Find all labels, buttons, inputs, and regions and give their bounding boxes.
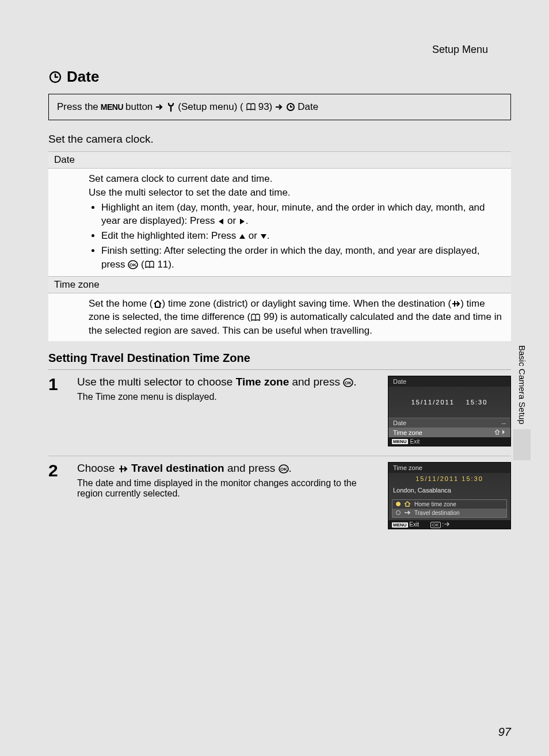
- step-text: and press: [289, 376, 343, 388]
- triangle-down-icon: [260, 233, 267, 240]
- body-text: (: [138, 259, 144, 270]
- nav-text: button: [125, 101, 152, 113]
- step-number: 1: [48, 376, 66, 446]
- step-text: and press: [224, 462, 279, 474]
- ok-badge: OK: [430, 522, 441, 528]
- screen-time: 15:30: [466, 399, 488, 406]
- screen-footer: MENU Exit OK :: [388, 520, 510, 529]
- wrench-icon: [166, 102, 176, 112]
- step-subtext: The Time zone menu is displayed.: [77, 392, 376, 402]
- menu-button-label: MENU: [101, 102, 123, 112]
- screen-title: Date: [388, 376, 510, 387]
- body-text: ) time zone (district) or daylight savin…: [162, 298, 452, 309]
- side-tab: Basic Camera Setup: [515, 343, 529, 459]
- arrow-right-icon: [155, 103, 164, 111]
- ok-button-icon: OK: [343, 378, 353, 387]
- side-tab-label: Basic Camera Setup: [517, 345, 527, 425]
- svg-text:OK: OK: [345, 380, 352, 385]
- body-text: Highlight an item (day, month, year, hou…: [101, 202, 485, 227]
- step-subtext: The date and time displayed in the monit…: [77, 478, 376, 499]
- screen-location: London, Casablanca: [388, 484, 510, 499]
- screen-footer: MENU Exit: [388, 437, 510, 446]
- menu-badge: MENU: [392, 439, 408, 444]
- clock-icon: [48, 70, 62, 84]
- section-header: Date: [48, 151, 511, 169]
- camera-screen-date: Date 15/11/2011 15:30 Date -- Time zone …: [388, 376, 511, 446]
- step-number: 2: [48, 462, 66, 529]
- option-label: Travel destination: [414, 510, 460, 516]
- page-number: 97: [498, 726, 511, 739]
- section-header: Time zone: [48, 276, 511, 293]
- tab-indicator: [513, 429, 531, 460]
- navigation-path: Press the MENU button (Setup menu) ( 93)…: [48, 94, 511, 120]
- step-2: 2 Choose Travel destination and press OK…: [48, 456, 511, 539]
- triangle-up-icon: [239, 233, 246, 240]
- radio-off-icon: [396, 510, 401, 515]
- step-text: Choose: [77, 462, 118, 474]
- nav-text: Date: [298, 101, 318, 113]
- body-text: Edit the highlighted item: Press: [101, 230, 239, 241]
- home-icon: [404, 501, 411, 507]
- ok-button-icon: OK: [128, 260, 138, 269]
- step-text-bold: Time zone: [236, 376, 289, 388]
- plane-icon: [451, 299, 460, 308]
- screen-row-selected: Time zone: [388, 427, 510, 437]
- plane-icon: [118, 464, 128, 474]
- list-item: Highlight an item (day, month, year, hou…: [101, 201, 505, 228]
- screen-title: Time zone: [388, 463, 510, 473]
- ok-button-icon: OK: [279, 464, 289, 474]
- body-text: Set camera clock to current date and tim…: [89, 172, 505, 186]
- body-text: .: [267, 230, 270, 241]
- page-title: Date: [48, 68, 511, 86]
- menu-badge: MENU: [392, 522, 408, 528]
- triangle-left-icon: [218, 218, 224, 225]
- row-label: Time zone: [393, 429, 422, 436]
- row-icons: [494, 429, 506, 436]
- body-text: Set the home (: [89, 298, 153, 309]
- step-text: .: [289, 462, 292, 474]
- section-body: Set the home () time zone (district) or …: [48, 293, 511, 341]
- intro-text: Set the camera clock.: [48, 133, 511, 146]
- nav-text: (Setup menu) (: [178, 101, 243, 113]
- section-body: Set camera clock to current date and tim…: [48, 169, 511, 276]
- body-text: 11).: [155, 259, 174, 270]
- option-travel-selected: Travel destination: [392, 509, 506, 517]
- book-icon: [144, 261, 155, 269]
- svg-text:OK: OK: [129, 262, 136, 268]
- step-text: .: [353, 376, 356, 388]
- step-text-bold: Travel destination: [128, 462, 224, 474]
- nav-text: Press the: [57, 101, 98, 113]
- body-text: or: [246, 230, 260, 241]
- list-item: Finish setting: After selecting the orde…: [101, 244, 505, 272]
- footer-text: Exit: [410, 438, 420, 445]
- list-item: Edit the highlighted item: Press or .: [101, 229, 505, 243]
- row-value: --: [502, 419, 506, 426]
- option-home: Home time zone: [392, 500, 506, 509]
- step-content: Use the multi selector to choose Time zo…: [77, 376, 376, 446]
- screen-datetime: 15/11/2011 15:30: [388, 473, 510, 484]
- plane-icon: [404, 510, 411, 516]
- step-text: Use the multi selector to choose: [77, 376, 236, 388]
- row-label: Date: [393, 419, 406, 426]
- screen-date: 15/11/2011: [411, 399, 455, 406]
- camera-screen-timezone: Time zone 15/11/2011 15:30 London, Casab…: [388, 462, 511, 529]
- title-text: Date: [67, 68, 99, 86]
- body-text: Use the multi selector to set the date a…: [89, 186, 505, 200]
- body-text: or: [224, 215, 239, 226]
- body-text: .: [246, 215, 249, 226]
- home-icon: [153, 300, 162, 308]
- option-box: Home time zone Travel destination: [392, 499, 507, 518]
- book-icon: [250, 314, 261, 322]
- page: Setup Menu Date Press the MENU button (S…: [0, 0, 549, 756]
- screen-datetime: 15/11/2011 15:30: [388, 387, 510, 418]
- step-content: Choose Travel destination and press OK. …: [77, 462, 376, 529]
- subheading: Setting Travel Destination Time Zone: [48, 352, 511, 365]
- svg-text:OK: OK: [280, 467, 287, 472]
- plane-icon: [444, 522, 449, 526]
- radio-on-icon: [396, 502, 401, 506]
- arrow-right-icon: [274, 103, 284, 111]
- book-icon: [246, 103, 256, 111]
- screen-row: Date --: [388, 418, 510, 427]
- clock-icon: [286, 102, 295, 112]
- header-section-label: Setup Menu: [432, 44, 488, 56]
